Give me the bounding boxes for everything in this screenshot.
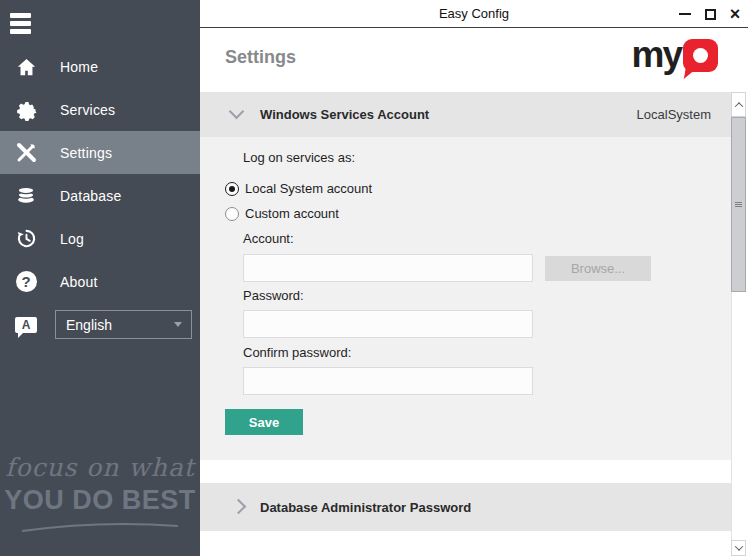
chevron-right-icon: [231, 499, 247, 515]
page-header: Settings my: [200, 28, 748, 91]
radio-label: Local System account: [245, 181, 372, 196]
minimize-icon: [679, 13, 691, 15]
radio-label: Custom account: [245, 206, 339, 221]
sidebar-item-label: Settings: [60, 145, 112, 161]
section-value: LocalSystem: [637, 92, 711, 137]
account-input[interactable]: [243, 254, 533, 282]
close-button[interactable]: ×: [728, 7, 742, 21]
main-area: Easy Config × Settings my Windows Servic…: [200, 0, 748, 556]
minimize-button[interactable]: [678, 7, 692, 21]
section-database-administrator-password[interactable]: Database Administrator Password: [200, 483, 731, 531]
scroll-down-button[interactable]: [731, 540, 746, 556]
tools-icon: [13, 141, 39, 165]
password-input[interactable]: [243, 310, 533, 338]
tagline-line2: YOU DO BEST: [0, 485, 200, 516]
tagline-line1: focus on what: [0, 453, 200, 482]
chevron-down-icon: [734, 542, 742, 550]
language-dropdown[interactable]: English: [55, 310, 192, 339]
windows-services-panel: Log on services as: Local System account…: [200, 137, 731, 460]
confirm-password-input[interactable]: [243, 367, 533, 395]
sidebar-item-services[interactable]: Services: [0, 88, 200, 131]
sidebar-item-settings[interactable]: Settings: [0, 131, 200, 174]
sidebar-item-about[interactable]: ? About: [0, 260, 200, 303]
myq-logo-text: my: [632, 39, 681, 71]
sidebar-item-database[interactable]: Database: [0, 174, 200, 217]
radio-unselected-icon: [225, 207, 239, 221]
password-label: Password:: [243, 288, 304, 303]
scrollbar-grip-icon: [735, 202, 742, 208]
hamburger-menu-icon[interactable]: [10, 13, 31, 34]
question-circle-icon: ?: [13, 270, 39, 294]
titlebar: Easy Config ×: [200, 0, 748, 28]
gear-icon: [13, 98, 39, 122]
tagline-curve: [0, 518, 200, 534]
sidebar: Home Services Settings: [0, 0, 200, 556]
section-windows-services-account[interactable]: Windows Services Account LocalSystem: [200, 92, 731, 137]
radio-local-system-account[interactable]: Local System account: [225, 181, 372, 196]
confirm-password-label: Confirm password:: [243, 345, 351, 360]
myq-logo-q-icon: [683, 39, 718, 72]
browse-button[interactable]: Browse...: [545, 256, 651, 281]
easy-config-window: Home Services Settings: [0, 0, 748, 556]
sidebar-item-label: Log: [60, 231, 84, 247]
sidebar-item-home[interactable]: Home: [0, 45, 200, 88]
history-clock-icon: [13, 227, 39, 251]
home-icon: [13, 55, 39, 79]
scroll-up-button[interactable]: [731, 92, 746, 117]
radio-selected-icon: [225, 182, 239, 196]
section-title: Database Administrator Password: [260, 483, 471, 531]
sidebar-item-label: Services: [60, 102, 115, 118]
logon-label: Log on services as:: [243, 150, 355, 165]
sidebar-menu: Home Services Settings: [0, 45, 200, 346]
maximize-button[interactable]: [703, 7, 717, 21]
sidebar-item-label: Database: [60, 188, 122, 204]
radio-custom-account[interactable]: Custom account: [225, 206, 339, 221]
chevron-up-icon: [734, 102, 742, 110]
window-title: Easy Config: [200, 0, 748, 28]
settings-content: Windows Services Account LocalSystem Log…: [200, 92, 748, 556]
myq-logo: my: [632, 39, 718, 72]
chevron-down-icon: [174, 322, 182, 327]
section-title: Windows Services Account: [260, 92, 429, 137]
sidebar-item-label: About: [60, 274, 98, 290]
chevron-down-icon: [229, 104, 245, 120]
translate-icon: A: [13, 313, 39, 337]
sidebar-item-language: A English: [0, 303, 200, 346]
maximize-icon: [705, 9, 716, 20]
sidebar-item-label: Home: [60, 59, 98, 75]
vertical-scrollbar[interactable]: [731, 92, 746, 556]
close-icon: ×: [730, 7, 741, 21]
scrollbar-thumb[interactable]: [731, 117, 746, 292]
language-dropdown-value: English: [66, 317, 112, 333]
database-icon: [13, 184, 39, 208]
page-title: Settings: [225, 47, 296, 68]
sidebar-item-log[interactable]: Log: [0, 217, 200, 260]
brand-tagline: focus on what YOU DO BEST: [0, 453, 200, 534]
save-button[interactable]: Save: [225, 409, 303, 435]
account-label: Account:: [243, 231, 294, 246]
